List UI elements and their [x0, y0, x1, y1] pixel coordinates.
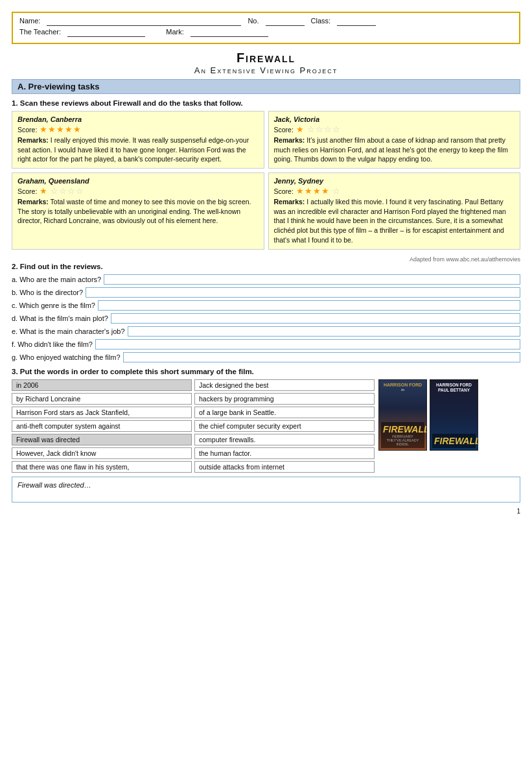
task2-section: 2. Find out in the reviews. a. Who are t…: [12, 263, 520, 362]
teacher-field[interactable]: [67, 28, 145, 37]
review-brendan-stars: ★★★★★: [40, 124, 82, 134]
word-tag-flaw[interactable]: that there was one flaw in his system,: [12, 461, 192, 473]
word-tag-chiefsecurity[interactable]: the chief computer security expert: [194, 420, 375, 432]
task2-label: 2. Find out in the reviews.: [12, 263, 520, 270]
word-tag-humanfactor[interactable]: the human factor.: [194, 447, 375, 459]
answer-a[interactable]: [104, 274, 520, 285]
word-tag-antitheft[interactable]: anti-theft computer system against: [12, 420, 192, 432]
question-d-label: d. What is the film's main plot?: [12, 314, 108, 322]
word-tag-computerfirewalls[interactable]: computer firewalls.: [194, 434, 375, 445]
question-c-row: c. Which genre is the film?: [12, 300, 520, 311]
review-jack-name: Jack, Victoria: [274, 115, 515, 123]
name-field[interactable]: [47, 17, 241, 26]
summary-placeholder: Firewall was directed…: [17, 481, 91, 489]
question-f-label: f. Who didn't like the film?: [12, 340, 93, 348]
word-row-6: However, Jack didn't know the human fact…: [12, 447, 375, 459]
page-number: 1: [12, 508, 520, 515]
word-row-1: in 2006 Jack designed the best: [12, 379, 375, 391]
review-jack-stars-empty: ☆☆☆☆: [307, 124, 341, 134]
question-b-label: b. Who is the director?: [12, 289, 83, 296]
review-brendan-text: Remarks: I really enjoyed this movie. It…: [17, 136, 259, 164]
question-c-label: c. Which genre is the film?: [12, 302, 95, 309]
review-graham-name: Graham, Queensland: [17, 177, 259, 185]
word-row-4: anti-theft computer system against the c…: [12, 420, 375, 432]
question-g-row: g. Who enjoyed watching the film?: [12, 352, 520, 362]
summary-box[interactable]: Firewall was directed…: [12, 477, 520, 503]
review-jenny-score: Score: ★★★★☆: [274, 186, 515, 196]
review-jenny: Jenny, Sydney Score: ★★★★☆ Remarks: I ac…: [268, 172, 521, 249]
question-a-row: a. Who are the main actors?: [12, 274, 520, 285]
question-a-label: a. Who are the main actors?: [12, 276, 101, 283]
question-f-row: f. Who didn't like the film?: [12, 339, 520, 349]
answer-g[interactable]: [123, 352, 520, 362]
task1-label: 1. Scan these reviews about Firewall and…: [12, 99, 520, 107]
sub-title: An Extensive Viewing Project: [12, 65, 520, 75]
teacher-label: The Teacher:: [19, 28, 61, 37]
no-label: No.: [248, 17, 259, 26]
review-jenny-stars-filled: ★★★★: [296, 186, 330, 196]
question-b-row: b. Who is the director?: [12, 287, 520, 298]
review-graham-score: Score: ★☆☆☆☆: [17, 186, 259, 196]
question-g-label: g. Who enjoyed watching the film?: [12, 353, 121, 361]
mark-field[interactable]: [191, 28, 268, 37]
section-a-header: A. Pre-viewing tasks: [12, 79, 520, 94]
review-graham: Graham, Queensland Score: ★☆☆☆☆ Remarks:…: [12, 172, 264, 249]
review-brendan-name: Brendan, Canberra: [17, 115, 259, 123]
answer-d[interactable]: [111, 313, 520, 324]
answer-c[interactable]: [98, 300, 520, 311]
answer-f[interactable]: [95, 339, 520, 349]
review-jack-score: Score: ★☆☆☆☆: [274, 124, 515, 134]
review-jenny-stars-empty: ☆: [332, 186, 341, 196]
answer-b[interactable]: [86, 287, 520, 298]
word-posters-row: in 2006 Jack designed the best by Richar…: [12, 379, 520, 473]
mark-label: Mark:: [166, 28, 184, 37]
word-tag-outsideattacks[interactable]: outside attacks from internet: [194, 461, 375, 473]
question-d-row: d. What is the film's main plot?: [12, 313, 520, 324]
review-brendan: Brendan, Canberra Score: ★★★★★ Remarks: …: [12, 111, 264, 169]
word-tag-largebank[interactable]: of a large bank in Seattle.: [194, 407, 375, 418]
answer-e[interactable]: [128, 326, 520, 337]
word-row-7: that there was one flaw in his system, o…: [12, 461, 375, 473]
task3-section: 3. Put the words in order to complete th…: [12, 368, 520, 503]
word-row-5: Firewall was directed computer firewalls…: [12, 434, 375, 445]
no-field[interactable]: [266, 17, 305, 26]
adapted-line: Adapted from www.abc.net.au/atthemovies: [12, 256, 520, 263]
question-e-label: e. What is the main character's job?: [12, 327, 125, 335]
review-graham-stars-empty: ☆☆☆☆: [51, 186, 84, 196]
header-box: Name: No. Class: The Teacher: Mark:: [12, 12, 520, 44]
question-e-row: e. What is the main character's job?: [12, 326, 520, 337]
review-graham-stars-filled: ★: [40, 186, 48, 196]
review-jack-text: Remarks: It's just another film about a …: [274, 136, 515, 164]
word-row-3: Harrison Ford stars as Jack Stanfield, o…: [12, 407, 375, 418]
review-graham-text: Remarks: Total waste of time and money t…: [17, 197, 259, 226]
class-field[interactable]: [337, 17, 376, 26]
title-area: Firewall An Extensive Viewing Project: [12, 51, 520, 75]
word-columns: in 2006 Jack designed the best by Richar…: [12, 379, 375, 473]
main-title: Firewall: [12, 51, 520, 65]
word-tag-hackersprogramming[interactable]: hackers by programming: [194, 393, 375, 405]
review-jack-stars-filled: ★: [296, 124, 305, 134]
word-tag-in2006[interactable]: in 2006: [12, 379, 192, 391]
review-jenny-text: Remarks: I actually liked this movie. I …: [274, 197, 515, 244]
posters-area: HARRISON FORD in FIREWALL FEBRUARY THEY'…: [378, 379, 482, 473]
review-jack: Jack, Victoria Score: ★☆☆☆☆ Remarks: It'…: [268, 111, 521, 169]
poster-2: HARRISON FORDPAUL BETTANY FIREWALL: [430, 379, 478, 451]
word-tag-howeverjack[interactable]: However, Jack didn't know: [12, 447, 192, 459]
class-label: Class:: [311, 17, 331, 26]
review-brendan-score: Score: ★★★★★: [17, 124, 259, 134]
word-tag-firewallwas[interactable]: Firewall was directed: [12, 434, 192, 445]
word-row-2: by Richard Loncraine hackers by programm…: [12, 393, 375, 405]
word-tag-jackdesigned[interactable]: Jack designed the best: [194, 379, 375, 391]
word-tag-byloncraine[interactable]: by Richard Loncraine: [12, 393, 192, 405]
task3-label: 3. Put the words in order to complete th…: [12, 368, 520, 375]
name-label: Name:: [19, 17, 40, 26]
reviews-grid: Brendan, Canberra Score: ★★★★★ Remarks: …: [12, 111, 520, 250]
poster-1: HARRISON FORD in FIREWALL FEBRUARY THEY'…: [378, 379, 427, 451]
review-jenny-name: Jenny, Sydney: [274, 177, 515, 185]
word-tag-harrisonford[interactable]: Harrison Ford stars as Jack Stanfield,: [12, 407, 192, 418]
